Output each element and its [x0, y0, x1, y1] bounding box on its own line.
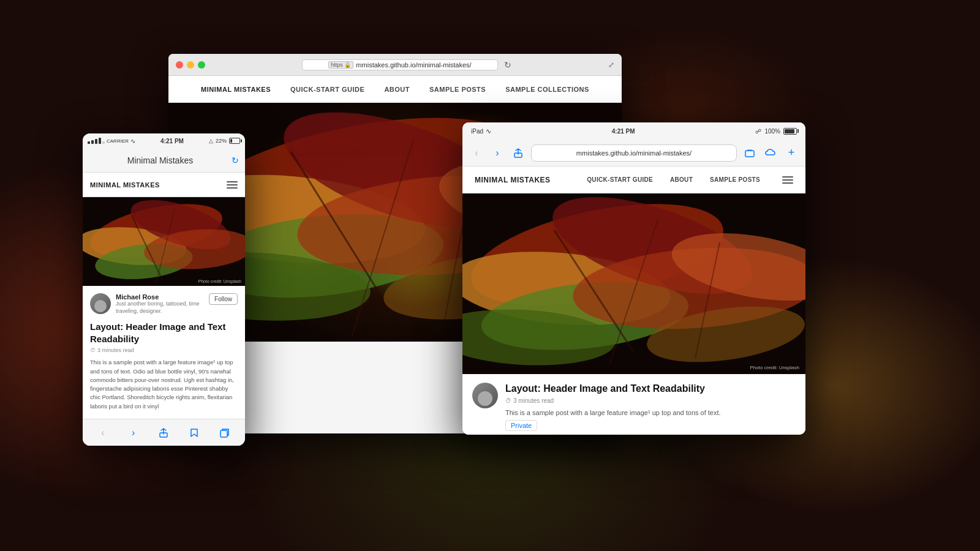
- iphone-reload-button[interactable]: ↻: [232, 156, 239, 165]
- iphone-device: CARRIER ∿ 4:21 PM △ 22% Minimal Mistakes…: [83, 133, 245, 446]
- ipad-read-time: ⏱ 3 minutes read: [505, 397, 796, 404]
- ipad-menu-line-2: [782, 179, 793, 181]
- iphone-avatar-silhouette: [94, 300, 107, 312]
- signal-bar-4: [99, 138, 101, 144]
- ipad-battery-fill: [785, 129, 794, 133]
- iphone-time: 4:21 PM: [160, 138, 184, 144]
- battery-percent: 22%: [216, 138, 227, 144]
- iphone-author-info: Michael Rose Just another boring, tattoo…: [116, 293, 204, 315]
- iphone-author-row: Michael Rose Just another boring, tattoo…: [90, 293, 238, 315]
- iphone-status-right: △ 22%: [209, 138, 240, 144]
- iphone-author-name: Michael Rose: [116, 293, 204, 301]
- ipad-leaf-svg: [462, 193, 805, 374]
- minimize-button[interactable]: [187, 61, 194, 69]
- reload-button[interactable]: ↻: [504, 60, 511, 70]
- ipad-status-right: ☍ 100%: [755, 128, 797, 135]
- url-pill[interactable]: https 🔒 mmistakes.github.io/minimal-mist…: [302, 59, 498, 70]
- ipad-device: iPad ∿ 4:21 PM ☍ 100% ‹ › mmistakes.gith…: [462, 122, 805, 435]
- ipad-browser-bar: ‹ › mmistakes.github.io/minimal-mistakes…: [462, 140, 805, 167]
- desktop-nav: MINIMAL MISTAKES QUICK-START GUIDE ABOUT…: [168, 76, 622, 103]
- hamburger-line-2: [227, 184, 238, 186]
- ipad-hero-image: Photo credit: Unsplash: [462, 193, 805, 374]
- ipad-nav-quickstart[interactable]: QUICK-START GUIDE: [587, 176, 653, 183]
- iphone-forward-button[interactable]: ›: [123, 422, 145, 444]
- ipad-photo-credit: Photo credit: Unsplash: [750, 365, 800, 370]
- ipad-read-time-text: 3 minutes read: [513, 397, 554, 404]
- svg-rect-22: [745, 151, 754, 157]
- ipad-forward-button[interactable]: ›: [489, 145, 505, 161]
- ipad-author-avatar: [472, 383, 498, 408]
- ipad-site-nav: MINIMAL MISTAKES QUICK-START GUIDE ABOUT…: [462, 167, 805, 193]
- ipad-time: 4:21 PM: [612, 128, 635, 135]
- signal-bar-1: [88, 141, 90, 144]
- iphone-follow-button[interactable]: Follow: [209, 293, 238, 305]
- ipad-post-content: Layout: Header Image and Text Readabilit…: [505, 383, 796, 431]
- ipad-cloud-icon[interactable]: [763, 145, 778, 161]
- maximize-button[interactable]: [198, 61, 205, 69]
- ipad-share-button[interactable]: [510, 145, 526, 161]
- ipad-post-section: Layout: Header Image and Text Readabilit…: [462, 374, 805, 435]
- signal-bar-5: [102, 141, 105, 144]
- signal-strength: [88, 138, 105, 144]
- iphone-site-nav: MINIMAL MISTAKES: [83, 173, 245, 197]
- iphone-nav-brand: MINIMAL MISTAKES: [90, 181, 160, 189]
- charging-icon: △: [209, 138, 213, 144]
- ipad-nav-about[interactable]: ABOUT: [670, 176, 693, 183]
- expand-button[interactable]: ⤢: [608, 61, 614, 69]
- desktop-nav-collections[interactable]: SAMPLE COLLECTIONS: [505, 86, 589, 93]
- carrier-label: CARRIER: [107, 138, 129, 144]
- ipad-post-title: Layout: Header Image and Text Readabilit…: [505, 383, 796, 395]
- signal-bar-3: [95, 139, 97, 144]
- ipad-wifi-icon: ∿: [486, 127, 491, 135]
- hamburger-menu-icon[interactable]: [227, 181, 238, 189]
- desktop-nav-quickstart[interactable]: QUICK-START GUIDE: [290, 86, 364, 93]
- ipad-menu-line-1: [782, 176, 793, 178]
- iphone-hero-image: Photo credit: Unsplash: [83, 197, 245, 286]
- desktop-nav-posts[interactable]: SAMPLE POSTS: [429, 86, 486, 93]
- clock-icon: ⏱: [90, 347, 96, 353]
- desktop-nav-about[interactable]: ABOUT: [384, 86, 410, 93]
- hamburger-line-1: [227, 181, 238, 182]
- iphone-back-button[interactable]: ‹: [92, 422, 114, 444]
- wifi-icon: ∿: [130, 138, 135, 144]
- iphone-tabs-button[interactable]: [214, 422, 236, 444]
- ipad-add-tab-icon[interactable]: +: [783, 145, 799, 161]
- iphone-post-body: This is a sample post with a large featu…: [90, 358, 238, 411]
- ipad-post-body: This is a sample post with a large featu…: [505, 408, 796, 418]
- ipad-clock-icon: ⏱: [505, 397, 511, 404]
- ipad-tabs-icon[interactable]: [742, 145, 758, 161]
- ipad-url-bar[interactable]: mmistakes.github.io/minimal-mistakes/: [531, 144, 737, 162]
- ipad-private-badge: Private: [505, 420, 537, 431]
- iphone-browser-toolbar: Minimal Mistakes ↻: [83, 148, 245, 173]
- iphone-photo-credit: Photo credit: Unsplash: [198, 279, 241, 283]
- iphone-content-area: Michael Rose Just another boring, tattoo…: [83, 286, 245, 418]
- ipad-battery-icon: [783, 128, 797, 135]
- bluetooth-icon: ☍: [755, 128, 761, 135]
- ipad-menu-icon[interactable]: [782, 176, 793, 184]
- ipad-statusbar: iPad ∿ 4:21 PM ☍ 100%: [462, 122, 805, 140]
- battery-fill: [230, 139, 232, 143]
- iphone-statusbar: CARRIER ∿ 4:21 PM △ 22%: [83, 133, 245, 148]
- iphone-share-button[interactable]: [153, 422, 175, 444]
- iphone-post-title: Layout: Header Image and Text Readabilit…: [90, 321, 238, 345]
- browser-titlebar: https 🔒 mmistakes.github.io/minimal-mist…: [168, 54, 622, 76]
- https-badge: https 🔒: [328, 61, 353, 69]
- iphone-bottom-bar[interactable]: ‹ ›: [83, 419, 245, 446]
- iphone-bookmarks-button[interactable]: [183, 422, 205, 444]
- signal-bar-2: [91, 140, 94, 144]
- address-bar[interactable]: https 🔒 mmistakes.github.io/minimal-mist…: [210, 59, 603, 70]
- svg-rect-20: [221, 430, 227, 437]
- desktop-nav-home[interactable]: MINIMAL MISTAKES: [201, 86, 271, 93]
- iphone-read-time-text: 3 minutes read: [97, 347, 134, 353]
- ipad-nav-posts[interactable]: SAMPLE POSTS: [710, 176, 760, 183]
- ipad-back-button[interactable]: ‹: [469, 145, 484, 161]
- battery-icon: [229, 138, 240, 144]
- ipad-nav-brand: MINIMAL MISTAKES: [475, 176, 551, 184]
- iphone-read-time: ⏱ 3 minutes read: [90, 347, 238, 353]
- ipad-avatar-silhouette: [478, 391, 492, 406]
- url-text: mmistakes.github.io/minimal-mistakes/: [356, 61, 471, 69]
- close-button[interactable]: [176, 61, 183, 69]
- ipad-status-left: iPad ∿: [471, 127, 491, 135]
- iphone-author-bio: Just another boring, tattooed, time trav…: [116, 301, 204, 315]
- ipad-toolbar-icons: +: [742, 145, 799, 161]
